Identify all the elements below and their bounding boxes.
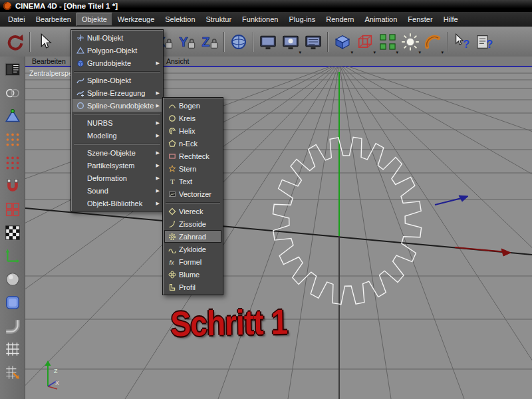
orange-point-grid-icon[interactable] [1, 128, 24, 151]
menu-item-spline-grundobjekte[interactable]: Spline-Grundobjekte ▶ [72, 99, 162, 112]
pipe-icon[interactable] [1, 314, 24, 337]
menu-rendern[interactable]: Rendern [321, 13, 359, 26]
menu-item-stern[interactable]: Stern [164, 162, 221, 175]
add-array-icon[interactable]: ▾ [376, 29, 399, 55]
rectangle-icon [166, 152, 178, 161]
menu-item-spline-objekt[interactable]: Spline-Objekt [72, 74, 162, 86]
dropdown-arrow-icon: ▾ [418, 50, 421, 55]
menu-item-profil[interactable]: Profil [164, 281, 221, 293]
titlebar: CINEMA 4D - [Ohne Titel 1 *] [0, 0, 532, 12]
menu-item-null-objekt[interactable]: Null-Objekt [72, 31, 162, 44]
dropdown-arrow-icon: ▾ [441, 50, 444, 55]
render-picture-viewer-icon[interactable]: ▾ [279, 29, 302, 55]
menu-item-rechteck[interactable]: Rechteck [164, 150, 221, 162]
menu-item-label: Spline-Objekt [87, 76, 131, 84]
submenu-arrow-icon: ▶ [156, 61, 160, 66]
menu-separator [164, 200, 221, 205]
menu-item-vectorizer[interactable]: Vectorizer [164, 188, 221, 200]
menu-item-label: Bogen [179, 102, 200, 110]
arc-icon [166, 101, 178, 110]
menu-werkzeuge[interactable]: Werkzeuge [112, 13, 160, 26]
pointer-icon[interactable] [33, 29, 56, 55]
menu-item-n-eck[interactable]: n-Eck [164, 137, 221, 150]
menu-fenster[interactable]: Fenster [402, 13, 438, 26]
menu-item-zahnrad[interactable]: Zahnrad [164, 230, 221, 243]
checkerboard-icon[interactable] [1, 221, 24, 244]
selection-triangle-icon[interactable] [1, 104, 24, 128]
gizmo-x-label: X [55, 380, 59, 386]
red-squares-icon[interactable] [1, 198, 24, 221]
svg-text:?: ? [486, 38, 493, 50]
cinema4d-window: CINEMA 4D - [Ohne Titel 1 *] Datei Bearb… [0, 0, 532, 399]
magnet-icon[interactable] [1, 174, 24, 198]
submenu-arrow-icon: ▶ [156, 120, 160, 126]
sphere-icon[interactable] [1, 267, 24, 291]
menu-selektion[interactable]: Selektion [160, 13, 200, 26]
undo-icon[interactable] [4, 29, 27, 55]
menu-item-nurbs[interactable]: NURBS ▶ [72, 116, 162, 129]
add-bend-deformer-icon[interactable]: ▾ [422, 29, 444, 55]
spline-circle-icon [74, 101, 86, 110]
lock-z-axis-icon[interactable]: Z [198, 29, 221, 55]
menu-item-deformation[interactable]: Deformation ▶ [72, 172, 162, 184]
menu-item-label: Vectorizer [179, 190, 211, 198]
menu-plugins[interactable]: Plug-ins [283, 13, 321, 26]
dropdown-arrow-icon: ▾ [299, 50, 301, 55]
menu-item-kreis[interactable]: Kreis [164, 112, 221, 124]
menu-funktionen[interactable]: Funktionen [237, 13, 283, 26]
menu-separator [72, 69, 162, 74]
menu-item-polygon-objekt[interactable]: Polygon-Objekt [72, 44, 162, 57]
menu-item-objekt-bibliothek[interactable]: Objekt-Bibliothek ▶ [72, 197, 162, 209]
menu-item-modeling[interactable]: Modeling ▶ [72, 129, 162, 142]
app-icon [3, 1, 12, 11]
menu-item-label: Deformation [87, 174, 127, 182]
menu-struktur[interactable]: Struktur [201, 13, 237, 26]
add-wire-cube-icon[interactable]: ▾ [354, 29, 376, 55]
menu-item-spline-erzeugung[interactable]: Spline-Erzeugung ▶ [72, 86, 162, 99]
menu-datei[interactable]: Datei [3, 13, 31, 26]
toolbar-separator [327, 32, 329, 52]
menu-item-label: Polygon-Objekt [87, 47, 137, 55]
menu-item-zissoide[interactable]: Zissoide [164, 217, 221, 230]
rounded-cube-icon[interactable] [1, 291, 24, 314]
render-view-icon[interactable] [257, 29, 279, 55]
grid-arrow-icon[interactable] [1, 360, 24, 384]
menu-animation[interactable]: Animation [359, 13, 402, 26]
render-settings-icon[interactable] [302, 29, 325, 55]
context-help-icon[interactable]: ? [451, 29, 473, 55]
menu-item-szene-objekte[interactable]: Szene-Objekte ▶ [72, 146, 162, 159]
menu-item-bogen[interactable]: Bogen [164, 99, 221, 112]
menu-item-label: Blume [179, 271, 200, 279]
add-primitive-cube-icon[interactable]: ▾ [331, 29, 354, 55]
grid-icon[interactable] [1, 337, 24, 360]
formula-icon: fx [166, 257, 178, 267]
red-point-grid-icon[interactable] [1, 151, 24, 174]
menu-item-helix[interactable]: Helix [164, 124, 221, 137]
menu-item-sound[interactable]: Sound ▶ [72, 184, 162, 197]
menu-bearbeiten[interactable]: Bearbeiten [31, 13, 76, 26]
submenu-arrow-icon: ▶ [156, 150, 160, 156]
axes-icon[interactable] [1, 244, 24, 267]
menu-item-partikelsystem[interactable]: Partikelsystem ▶ [72, 159, 162, 172]
menu-item-zykloide[interactable]: Zykloide [164, 243, 221, 255]
add-light-icon[interactable]: ▾ [399, 29, 422, 55]
spline-icon [74, 76, 86, 85]
window-title: CINEMA 4D - [Ohne Titel 1 *] [15, 2, 118, 10]
panel-layout-icon[interactable] [1, 58, 24, 81]
gizmo-z-label: Z [54, 368, 58, 374]
submenu-arrow-icon: ▶ [156, 163, 160, 168]
menu-item-formel[interactable]: fx Formel [164, 255, 221, 268]
viewport-menu-ansicht[interactable]: Ansicht [166, 57, 189, 66]
menu-objekte[interactable]: Objekte [76, 13, 112, 26]
menu-item-blume[interactable]: Blume [164, 268, 221, 281]
rings-icon[interactable] [1, 81, 24, 104]
menu-item-grundobjekte[interactable]: Grundobjekte ▶ [72, 57, 162, 69]
viewport-menu-bearbeiten[interactable]: Bearbeiten [32, 57, 66, 66]
menu-hilfe[interactable]: Hilfe [438, 13, 464, 26]
lock-y-axis-icon[interactable]: Y [176, 29, 198, 55]
menu-item-viereck[interactable]: Viereck [164, 205, 221, 217]
world-coordinates-icon[interactable] [227, 29, 250, 55]
menu-separator [72, 142, 162, 146]
menu-item-text[interactable]: T Text [164, 175, 221, 188]
help-browser-icon[interactable]: ? [473, 29, 496, 55]
